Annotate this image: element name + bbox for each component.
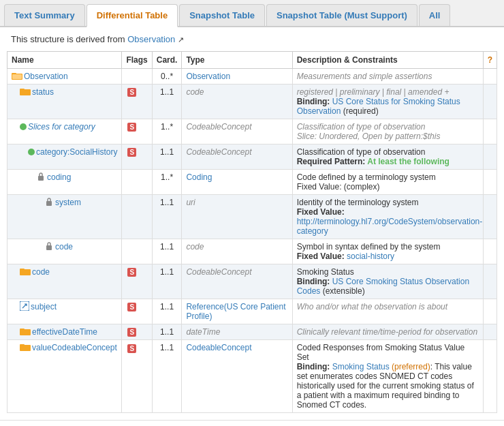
desc-help-value (483, 340, 497, 413)
desc-slices: Classification of type of observation Sl… (292, 119, 483, 144)
flags-cell-effective: S (122, 324, 152, 340)
social-history-value-link[interactable]: social-history (347, 252, 394, 261)
type-value: CodeableConcept (182, 340, 292, 413)
card-subject: 1..1 (152, 299, 182, 324)
col-name: Name (7, 52, 122, 69)
desc-help-system (483, 195, 497, 239)
ext-link-icon (20, 301, 29, 311)
observation-row-link[interactable]: Observation (24, 72, 68, 81)
external-link-icon: ↗ (178, 35, 184, 44)
slices-row-link[interactable]: Slices for category (28, 122, 95, 132)
tab-snapshot-table-must-support[interactable]: Snapshot Table (Must Support) (266, 4, 418, 26)
social-history-row-link[interactable]: category:SocialHistory (36, 147, 117, 157)
svg-rect-14 (20, 345, 31, 351)
desc-social: Classification of type of observation Re… (292, 144, 483, 170)
smoking-status-link[interactable]: Smoking Status (332, 362, 390, 371)
status-row-link[interactable]: status (32, 87, 54, 97)
coding-type-link[interactable]: Coding (186, 172, 212, 182)
system-row-link[interactable]: system (55, 198, 81, 207)
folder-open-icon (12, 71, 22, 80)
table-row: Slices for category S 1..* CodeableConce… (7, 119, 497, 144)
name-cell-code-smoking: code (7, 264, 122, 299)
desc-coding: Code defined by a terminology system Fix… (292, 170, 483, 195)
tab-differential-table[interactable]: Differential Table (86, 4, 178, 27)
card-slices: 1..* (152, 119, 182, 144)
type-subject: Reference(US Core Patient Profile) (182, 299, 292, 324)
name-cell-slices: Slices for category (7, 119, 122, 144)
table-row: code 1..1 code Symbol in syntax defined … (7, 239, 497, 264)
observation-link[interactable]: Observation (127, 34, 175, 44)
folder-icon-value (20, 342, 31, 352)
flags-cell-slices: S (122, 119, 152, 144)
folder-icon (20, 87, 31, 96)
name-cell-code-lock: code (7, 239, 122, 264)
desc-help-coding (483, 170, 497, 195)
code-smoking-row-link[interactable]: code (32, 267, 50, 277)
name-cell-status: status (7, 85, 122, 119)
folder-icon-effective (20, 326, 31, 336)
type-code-lock: code (182, 239, 292, 264)
svg-rect-6 (46, 201, 52, 206)
value-type-link[interactable]: CodeableConcept (186, 343, 251, 352)
desc-help-code-lock (483, 239, 497, 264)
desc-help-social (483, 144, 497, 170)
s-badge: S (127, 148, 136, 157)
card-cell: 0..* (152, 69, 182, 85)
card-system: 1..1 (152, 195, 182, 239)
folder-icon-code (20, 267, 31, 276)
col-card: Card. (152, 52, 182, 69)
type-observation-link[interactable]: Observation (186, 72, 230, 81)
s-badge: S (127, 328, 136, 337)
flags-cell-value: S (122, 340, 152, 413)
table-row: subject S 1..1 Reference(US Core Patient… (7, 299, 497, 324)
tab-text-summary[interactable]: Text Summary (4, 4, 85, 26)
desc-help-status (483, 85, 497, 119)
tab-all[interactable]: All (419, 4, 451, 26)
derived-from-text: This structure is derived from Observati… (0, 27, 504, 51)
system-value-link[interactable]: http://terminology.hl7.org/CodeSystem/ob… (297, 217, 483, 236)
name-cell-effective: effectiveDateTime (7, 324, 122, 340)
subject-type-link[interactable]: Reference(US Core Patient Profile) (186, 302, 285, 321)
svg-rect-5 (38, 176, 44, 181)
name-cell-coding: coding (7, 170, 122, 195)
code-lock-row-link[interactable]: code (55, 242, 73, 252)
col-flags: Flags (122, 52, 152, 69)
desc-help-slices (483, 119, 497, 144)
flags-cell-social: S (122, 144, 152, 170)
table-row: system 1..1 uri Identity of the terminol… (7, 195, 497, 239)
desc-code-smoking: Smoking Status Binding: US Core Smoking … (292, 264, 483, 299)
desc-help (483, 69, 497, 85)
name-cell-value: valueCodeableConcept (7, 340, 122, 413)
card-social: 1..1 (152, 144, 182, 170)
svg-rect-12 (20, 329, 31, 335)
table-row: code S 1..1 CodeableConcept Smoking Stat… (7, 264, 497, 299)
tab-bar: Text Summary Differential Table Snapshot… (0, 0, 504, 27)
desc-status: registered | preliminary | final | amend… (292, 85, 483, 119)
table-container: Name Flags Card. Type Description & Cons… (0, 51, 504, 420)
app-container: Text Summary Differential Table Snapshot… (0, 0, 504, 426)
footer: ? Documentation for this format (0, 420, 504, 426)
table-row: category:SocialHistory S 1..1 CodeableCo… (7, 144, 497, 170)
card-value: 1..1 (152, 340, 182, 413)
effective-row-link[interactable]: effectiveDateTime (32, 327, 97, 337)
s-badge: S (127, 268, 136, 277)
card-code-lock: 1..1 (152, 239, 182, 264)
differential-table: Name Flags Card. Type Description & Cons… (7, 51, 497, 413)
coding-row-link[interactable]: coding (47, 172, 71, 182)
desc-value: Coded Responses from Smoking Status Valu… (292, 340, 483, 413)
type-code-smoking: CodeableConcept (182, 264, 292, 299)
desc-code-lock: Symbol in syntax defined by the system F… (292, 239, 483, 264)
col-help[interactable]: ? (483, 52, 497, 69)
type-social: CodeableConcept (182, 144, 292, 170)
desc-help-effective (483, 324, 497, 340)
svg-rect-9 (20, 269, 31, 275)
card-code-smoking: 1..1 (152, 264, 182, 299)
subject-row-link[interactable]: subject (31, 302, 57, 311)
value-row-link[interactable]: valueCodeableConcept (32, 343, 117, 352)
tab-snapshot-table[interactable]: Snapshot Table (179, 4, 265, 26)
desc-help-subject (483, 299, 497, 324)
lock-icon (44, 197, 54, 207)
table-row: valueCodeableConcept S 1..1 CodeableConc… (7, 340, 497, 413)
type-status: code (182, 85, 292, 119)
table-row: coding 1..* Coding Code defined by a ter… (7, 170, 497, 195)
